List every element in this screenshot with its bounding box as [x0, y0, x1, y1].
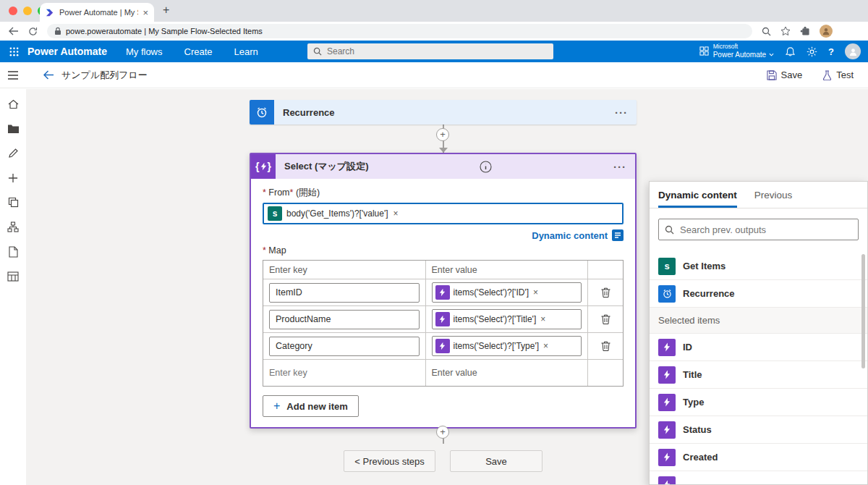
gear-icon[interactable]	[807, 46, 817, 57]
zoom-icon[interactable]	[762, 27, 771, 36]
url-field[interactable]: powe.powerautomate | My Sample Flow-Sele…	[47, 24, 752, 38]
add-new-item-button[interactable]: + Add new item	[263, 395, 359, 417]
map-label: * Map	[263, 245, 624, 256]
flash-icon	[435, 312, 450, 326]
trash-icon[interactable]	[601, 341, 610, 351]
header-search-input[interactable]	[327, 46, 548, 56]
insert-step-icon[interactable]: +	[436, 426, 449, 439]
more-options-icon[interactable]: ···	[615, 106, 628, 119]
dynamic-content-icon[interactable]	[612, 229, 624, 241]
plus-icon: +	[273, 400, 280, 412]
remove-token-icon[interactable]: ×	[393, 208, 399, 219]
close-window-button[interactable]	[9, 7, 17, 15]
recurrence-clock-icon	[250, 100, 274, 125]
list-item-id[interactable]: ID	[650, 334, 867, 361]
braces-bolt-icon: {}	[251, 154, 276, 179]
hamburger-icon[interactable]	[0, 71, 26, 80]
add-new-item-label: Add new item	[286, 401, 348, 412]
help-icon[interactable]: ?	[828, 46, 834, 57]
sidebar-item-home[interactable]	[4, 95, 22, 113]
token-text: items('Select')?['Title']	[454, 314, 537, 324]
close-icon[interactable]: ×	[142, 8, 148, 17]
refresh-icon[interactable]	[28, 27, 38, 36]
remove-token-icon[interactable]: ×	[540, 314, 545, 324]
back-button[interactable]	[43, 70, 54, 80]
trash-icon[interactable]	[601, 287, 610, 298]
back-icon[interactable]	[9, 27, 19, 35]
remove-token-icon[interactable]: ×	[533, 287, 538, 298]
product-name[interactable]: Power Automate	[27, 46, 107, 57]
save-flow-button[interactable]: Save	[450, 450, 542, 472]
map-key-input[interactable]	[269, 310, 420, 329]
panel-tabs: Dynamic content Previous	[650, 182, 867, 208]
from-input[interactable]: s body('Get_Items')?['value'] ×	[263, 203, 624, 224]
app-header: Power Automate My flows Create Learn Mic…	[0, 41, 868, 62]
map-column-key: Enter key	[263, 261, 426, 279]
url-text: powe.powerautomate | My Sample Flow-Sele…	[66, 27, 263, 35]
map-table: Enter key Enter value items('Select')?['…	[263, 260, 624, 387]
token-text: items('Select')?['ID']	[454, 287, 529, 298]
toolbar-actions: Save Test	[767, 69, 868, 80]
bell-icon[interactable]	[785, 46, 796, 57]
sidebar-item-tables-grid-icon[interactable]	[4, 267, 22, 285]
browser-tab[interactable]: Power Automate | My Samp ×	[40, 3, 154, 22]
save-button[interactable]: Save	[767, 69, 803, 80]
previous-steps-button[interactable]: < Previous steps	[344, 450, 435, 472]
list-item-partial[interactable]	[650, 471, 867, 485]
panel-scrollbar[interactable]	[861, 254, 865, 368]
map-actions-empty	[588, 360, 623, 386]
sidebar-item-edit-pencil-icon[interactable]	[4, 144, 22, 162]
remove-token-icon[interactable]: ×	[543, 341, 548, 351]
environment-org: Microsoft	[713, 43, 774, 51]
left-sidebar	[0, 89, 26, 485]
avatar-icon[interactable]	[820, 25, 833, 38]
user-avatar[interactable]	[845, 43, 861, 59]
header-search[interactable]	[307, 43, 553, 59]
nav-item-create[interactable]: Create	[184, 46, 213, 57]
screen: Power Automate | My Samp × + powe.powera…	[0, 0, 868, 485]
map-key-input[interactable]	[269, 337, 420, 356]
flash-icon	[658, 421, 676, 439]
list-item-created[interactable]: Created	[650, 444, 867, 471]
trash-icon[interactable]	[601, 314, 610, 324]
list-item-get-items[interactable]: s Get Items	[650, 253, 867, 280]
more-options-icon[interactable]: ···	[613, 161, 626, 173]
star-icon[interactable]	[780, 26, 791, 36]
token-text: items('Select')?['Type']	[454, 341, 540, 351]
environment-picker[interactable]: Microsoft Power Automate	[699, 43, 774, 59]
minimize-window-button[interactable]	[23, 7, 32, 15]
map-value-token[interactable]: items('Select')?['Title']×	[432, 309, 582, 329]
map-value-placeholder[interactable]: Enter value	[432, 368, 477, 378]
extensions-icon[interactable]	[800, 26, 810, 36]
list-item-recurrence[interactable]: Recurrence	[650, 280, 867, 308]
nav-item-my-flows[interactable]: My flows	[126, 46, 163, 57]
sidebar-item-templates-copy-icon[interactable]	[4, 193, 22, 211]
list-item-title[interactable]: Title	[650, 361, 867, 389]
list-item-type[interactable]: Type	[650, 389, 867, 416]
tab-dynamic-content[interactable]: Dynamic content	[658, 182, 737, 208]
map-key-input[interactable]	[269, 283, 420, 303]
test-button[interactable]: Test	[822, 69, 854, 80]
waffle-icon[interactable]	[0, 47, 27, 56]
sidebar-item-create-plus-icon[interactable]	[4, 169, 22, 187]
map-value-token[interactable]: items('Select')?['ID']×	[432, 282, 582, 303]
list-item-status[interactable]: Status	[650, 416, 867, 444]
panel-search[interactable]	[658, 219, 859, 240]
insert-step-icon[interactable]: +	[436, 128, 449, 141]
nav-item-learn[interactable]: Learn	[234, 46, 258, 57]
sidebar-item-connectors-share-icon[interactable]	[4, 218, 22, 236]
sidebar-item-my-flows-folder-icon[interactable]	[4, 119, 22, 138]
new-tab-icon[interactable]: +	[163, 4, 169, 16]
map-key-input-empty[interactable]	[269, 363, 420, 383]
tab-previous[interactable]: Previous	[754, 182, 793, 208]
search-icon	[665, 225, 674, 235]
dynamic-content-link[interactable]: Dynamic content	[532, 230, 608, 241]
sidebar-item-data-document-icon[interactable]	[4, 242, 22, 261]
designer-toolbar: サンプル配列フロー Save Test	[0, 62, 868, 88]
panel-search-input[interactable]	[680, 224, 852, 235]
recurrence-icon	[658, 285, 676, 303]
map-value-token[interactable]: items('Select')?['Type']×	[432, 336, 582, 356]
recurrence-card[interactable]: Recurrence ···	[250, 100, 637, 125]
select-card-header[interactable]: {} Select (マップ設定) ···	[251, 154, 635, 179]
info-icon[interactable]	[480, 161, 492, 173]
